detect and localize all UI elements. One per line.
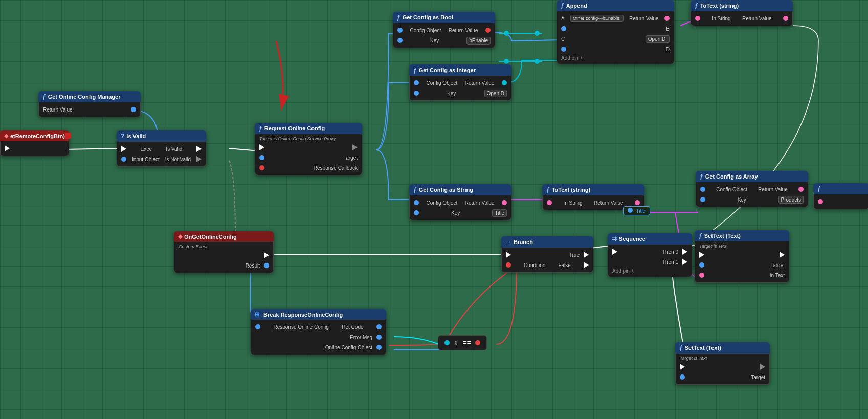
node-partial-right: ƒ <box>813 183 868 209</box>
pin-exec-out-settext-2 <box>760 364 765 370</box>
pin-exec-in-settext-1 <box>699 252 704 258</box>
node-body-totext-1: In String Return Value <box>691 11 793 26</box>
node-title-is-valid: Is Valid <box>126 133 146 139</box>
tag-title: Title <box>492 209 507 217</box>
label-key-str: Key <box>451 210 460 216</box>
pin-intext-settext-1 <box>699 273 704 278</box>
pin-online-config-obj <box>376 345 382 350</box>
label-config-obj-str: Config Object <box>427 200 458 206</box>
pin-exec-on-get <box>264 252 269 258</box>
pin-input-object <box>121 157 126 162</box>
node-title-et-remote-config-btn: etRemoteConfigBtn) <box>10 133 65 139</box>
pin-is-valid-out <box>196 146 202 152</box>
label-in-string-2: In String <box>563 200 582 206</box>
label-target: Target <box>343 155 358 161</box>
node-header-settext-1: ƒ SetText (Text) <box>695 230 789 241</box>
node-header-break-response: ⊞ Break ResponseOnlineConfig <box>251 309 386 320</box>
label-target-settext-2: Target <box>751 374 765 380</box>
label-online-config-obj: Online Config Object <box>325 345 372 350</box>
pin-exec-in-settext-2 <box>680 364 685 370</box>
node-header-settext-2: ƒ SetText (Text) <box>675 342 770 354</box>
add-pin-sequence[interactable]: Add pin + <box>608 267 692 275</box>
pin-config-obj-bool <box>397 28 403 33</box>
node-body-partial <box>813 194 868 209</box>
title-connector: Title <box>623 206 650 215</box>
pin-key-bool <box>397 38 403 43</box>
node-title-totext-1: ToText (string) <box>700 3 739 9</box>
node-row-target-settext-2: Target <box>676 372 769 382</box>
label-input-object: Input Object <box>132 157 160 162</box>
node-body-is-valid: Exec Is Valid Input Object Is Not Valid <box>117 142 206 167</box>
node-header-on-get-online: ◆ OnGetOnlineConfig <box>174 231 274 242</box>
pin-condition <box>506 262 511 268</box>
pin-return-arr <box>798 187 804 192</box>
pin-target <box>259 155 264 160</box>
blueprint-canvas[interactable]: ◆ etRemoteConfigBtn) ƒ Get Online Config… <box>0 0 868 419</box>
node-body-request-online-config: Target is Online Config Service Proxy Ta… <box>255 134 362 175</box>
pin-then0 <box>682 249 687 255</box>
label-return-value: Return Value <box>43 107 73 113</box>
node-title-request-online-config: Request Online Config <box>264 125 325 131</box>
pin-key-str <box>414 210 419 215</box>
label-false: False <box>558 262 570 268</box>
node-get-config-as-string: ƒ Get Config as String Config Object Ret… <box>409 184 511 220</box>
node-row-key-int: Key OpenID <box>410 88 511 98</box>
node-header-partial: ƒ <box>813 183 868 194</box>
pin-in-string-1 <box>695 16 700 21</box>
pin-response-config <box>255 324 260 329</box>
node-row-target-settext-1: Target <box>695 260 789 270</box>
tag-openid-c: OpenID: <box>646 35 670 43</box>
node-header-get-config-bool: ƒ Get Config as Bool <box>393 12 495 23</box>
node-row-a: A Other config---bEnable: Return Value <box>557 13 674 24</box>
label-response-config: Response Online Config <box>273 324 328 330</box>
node-row-input-object: Input Object Is Not Valid <box>117 154 206 164</box>
node-row-online-config-obj: Online Config Object <box>251 342 386 352</box>
pin-then1 <box>682 259 687 265</box>
tag-benable: bEnable <box>466 37 491 45</box>
svg-point-5 <box>535 59 540 64</box>
node-body-on-get-online: Custom Event Result <box>174 242 274 273</box>
node-title-sequence: Sequence <box>619 236 646 242</box>
pin-d <box>561 47 566 52</box>
node-row-exec <box>1 143 69 153</box>
node-append: ƒ Append A Other config---bEnable: Retur… <box>557 0 674 64</box>
pin-exec-out-settext-1 <box>780 252 785 258</box>
node-title-branch: Branch <box>514 239 533 245</box>
svg-point-4 <box>504 59 509 64</box>
node-header-get-config-int: ƒ Get Config as Integer <box>409 64 511 76</box>
node-sequence: ⇉ Sequence Then 0 Then 1 Add pin + <box>608 233 692 277</box>
node-row-key-arr: Key Products <box>696 194 808 205</box>
pin-exec-out <box>5 145 10 151</box>
label-true: True <box>569 252 580 258</box>
node-row-c: C OpenID: <box>557 34 674 44</box>
node-body-et-remote-config-btn <box>0 141 69 156</box>
node-get-config-as-integer: ƒ Get Config as Integer Config Object Re… <box>409 64 511 101</box>
node-row-exec-branch: True <box>502 250 593 260</box>
node-row-exec-seq: Then 0 <box>608 247 692 257</box>
label-condition: Condition <box>524 262 545 268</box>
pin-exec-in-req <box>259 144 264 150</box>
pin-return-append <box>664 16 670 21</box>
pin-return-bool <box>485 28 491 33</box>
node-get-online-config-manager: ƒ Get Online Config Manager Return Value <box>38 91 141 117</box>
node-body-settext-2: Target is Text Target <box>675 354 770 385</box>
add-pin-append[interactable]: Add pin + <box>557 54 674 62</box>
node-body-break-response: Response Online Config Ret Code Error Ms… <box>251 320 386 355</box>
label-return-bool: Return Value <box>449 28 478 33</box>
pin-return-str <box>502 200 507 205</box>
node-body-settext-1: Target is Text Target In Text <box>695 241 789 283</box>
pin-false <box>584 262 589 268</box>
label-in-string-1: In String <box>711 16 730 21</box>
pin-error-msg <box>376 335 382 340</box>
node-subtitle-settext-2: Target is Text <box>676 356 769 362</box>
node-body-get-config-manager: Return Value <box>38 102 141 117</box>
node-title-break-response: Break ResponseOnlineConfig <box>263 312 343 318</box>
node-title-get-config-bool: Get Config as Bool <box>403 14 453 20</box>
label-is-valid: Is Valid <box>166 146 182 152</box>
node-row-config-obj-str: Config Object Return Value <box>410 197 511 208</box>
label-config-obj-arr: Config Object <box>716 187 747 192</box>
pin-exec-out-req <box>352 144 358 150</box>
node-get-config-as-bool: ƒ Get Config as Bool Config Object Retur… <box>393 12 495 48</box>
label-config-obj-bool: Config Object <box>410 28 441 33</box>
tag-openid: OpenID <box>484 90 507 97</box>
